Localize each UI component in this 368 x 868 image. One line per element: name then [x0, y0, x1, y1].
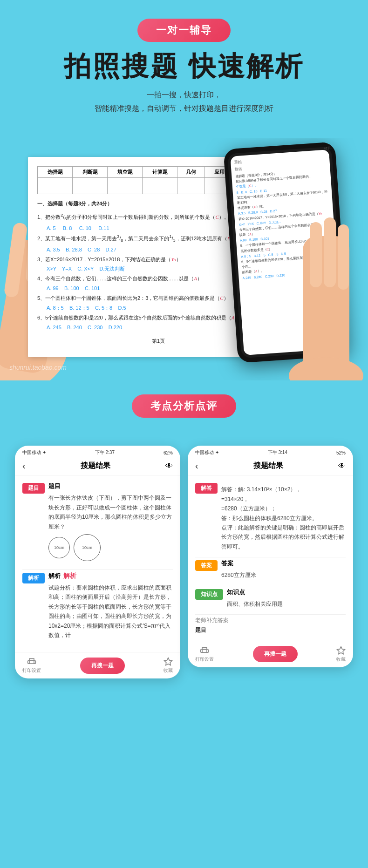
analysis-tag-wrapper: 解析	[22, 573, 45, 583]
svg-rect-7	[310, 222, 322, 287]
carrier-left: 中国移动 ✦	[22, 449, 46, 456]
col-header: 计算题	[143, 167, 177, 178]
knowledge-content: 知识点 面积、体积相关应用题	[227, 588, 283, 609]
question-text: 有一张长方体铁皮（下图），剪下图中两个圆及一块长方形，正好可以做成一个圆柱体，这…	[48, 493, 173, 531]
col-header: 选择题	[38, 167, 73, 178]
result-tag: 答案	[195, 560, 218, 571]
table-cell	[108, 178, 143, 194]
svg-marker-12	[164, 658, 172, 665]
ans-line3: =6280（立方厘米）；	[221, 504, 346, 513]
col-header: 判断题	[73, 167, 108, 178]
table-cell	[177, 178, 205, 194]
ans-line2: =314×20，	[221, 495, 346, 504]
left-phone-status: 中国移动 ✦ 下午 2:37 62%	[15, 446, 180, 458]
table-cell	[73, 178, 108, 194]
hero-title: 拍照搜题 快速解析	[9, 51, 359, 81]
analysis-text: 试题分析：要求圆柱的体积，应求出圆柱的底面积和高；圆柱的侧面展开后（沿高剪开）是…	[48, 583, 173, 640]
print-btn-left[interactable]: 打印设置	[22, 657, 41, 674]
col-header: 填空题	[108, 167, 143, 178]
circle-small-label: 10cm	[54, 545, 64, 550]
result-content: 答案 6280立方厘米	[221, 559, 256, 580]
save-label-left: 收藏	[164, 667, 173, 674]
print-label-left: 打印设置	[22, 667, 41, 674]
carrier-right: 中国移动 ✦	[195, 449, 219, 456]
question-title: 题目	[48, 482, 173, 490]
circle-large-label: 10cm	[82, 545, 92, 550]
print-btn-right[interactable]: 打印设置	[195, 646, 214, 663]
watermark: shunrui.taobao.com	[9, 364, 67, 371]
svg-rect-13	[202, 649, 207, 652]
question-label2: 题目	[195, 626, 346, 634]
result-tag-wrapper: 答案	[195, 560, 218, 571]
knowledge-tag: 知识点	[195, 589, 223, 600]
analysis-title-row: 解析 解析	[48, 572, 173, 580]
ans-line5: 点评：此题解答的关键是明确：圆柱的高即展开后长方形的宽，然后根据圆柱的体积计算公…	[221, 523, 346, 551]
answer-tag-wrapper: 解答	[195, 483, 218, 494]
left-phone-content: 题目 题目 有一张长方体铁皮（下图），剪下图中两个圆及一块长方形，正好可以做成一…	[15, 475, 180, 652]
star-icon-left	[164, 657, 173, 666]
eye-btn-left[interactable]: 👁	[165, 462, 173, 470]
answer-tag: 解答	[195, 483, 218, 494]
divider4	[195, 614, 346, 615]
save-label-right: 收藏	[336, 656, 346, 663]
battery-left: 62%	[164, 450, 173, 455]
phone-print-btn[interactable]: 打印	[324, 150, 332, 152]
divider1	[22, 570, 173, 570]
knowledge-title: 知识点	[227, 588, 283, 597]
question-section: 题目 题目 有一张长方体铁皮（下图），剪下图中两个圆及一块长方形，正好可以做成一…	[22, 482, 173, 564]
question-tag-wrapper: 题目	[22, 483, 45, 494]
divider3	[195, 586, 346, 586]
time-left: 下午 2:37	[95, 449, 115, 456]
right-phone: 中国移动 ✦ 下午 3:14 52% ‹ 搜题结果 👁 解答	[188, 446, 353, 667]
question-tag: 题目	[22, 483, 45, 494]
analysis-badge: 考点分析点评	[132, 394, 236, 418]
analysis-badge-container: 考点分析点评	[9, 394, 359, 432]
left-phone-footer: 打印设置 再搜一题 收藏	[15, 652, 180, 678]
battery-right: 52%	[336, 450, 346, 455]
right-phone-status: 中国移动 ✦ 下午 3:14 52%	[188, 446, 353, 458]
right-phone-footer: 打印设置 再搜一题 收藏	[188, 641, 353, 667]
teacher-label: 老师补充答案	[195, 617, 346, 624]
subtitle-line1: 一拍一搜，快速打印，	[147, 91, 221, 99]
svg-rect-8	[324, 217, 336, 287]
print-icon-left	[27, 657, 36, 666]
answer-text: 解答：解: 3.14×10²×（10×2）， =314×20， =6280（立方…	[221, 485, 346, 551]
right-phone-nav: ‹ 搜题结果 👁	[188, 458, 353, 475]
retry-btn-right[interactable]: 再搜一题	[253, 646, 298, 662]
hand-right-icon	[284, 208, 368, 380]
left-nav-title: 搜题结果	[81, 461, 110, 471]
back-btn-right[interactable]: ‹	[195, 461, 198, 471]
photo-scene: 选择题 判断题 填空题 计算题 几何 应用题 总分 80✓ 一、选择题（每题3分…	[0, 138, 368, 380]
back-btn-left[interactable]: ‹	[22, 461, 26, 471]
answer-content: 解答：解: 3.14×10²×（10×2）， =314×20， =6280（立方…	[221, 482, 346, 551]
analysis-title: 解析	[48, 572, 61, 580]
knowledge-tag-wrapper: 知识点	[195, 589, 223, 600]
knowledge-value: 面积、体积相关应用题	[227, 599, 283, 609]
result-section: 答案 答案 6280立方厘米	[195, 559, 346, 580]
eye-btn-right[interactable]: 👁	[338, 462, 346, 470]
svg-rect-11	[29, 661, 34, 664]
right-phone-content: 解答 解答：解: 3.14×10²×（10×2）， =314×20， =6280…	[188, 475, 353, 641]
analysis-section-row: 解析 解析 解析 试题分析：要求圆柱的体积，应求出圆柱的底面积和高；圆柱的侧面展…	[22, 572, 173, 640]
table-cell	[143, 178, 177, 194]
large-circle: 10cm	[74, 534, 101, 561]
hero-section: 一对一辅导 拍照搜题 快速解析 一拍一搜，快速打印， 智能精准搜题，自动调节，针…	[0, 0, 368, 138]
answer-section: 解答 解答：解: 3.14×10²×（10×2）， =314×20， =6280…	[195, 482, 346, 551]
question-content: 题目 有一张长方体铁皮（下图），剪下图中两个圆及一块长方形，正好可以做成一个圆柱…	[48, 482, 173, 564]
svg-point-10	[289, 357, 363, 380]
save-btn-left[interactable]: 收藏	[164, 657, 173, 674]
save-btn-right[interactable]: 收藏	[336, 646, 346, 663]
analysis-tag: 解析	[22, 573, 45, 583]
svg-marker-14	[337, 647, 345, 654]
subtitle-line2: 智能精准搜题，自动调节，针对搜题题目进行深度剖析	[95, 104, 273, 112]
right-nav-title: 搜题结果	[253, 461, 283, 471]
circle-diagram: 10cm 10cm	[48, 534, 173, 561]
left-phone-nav: ‹ 搜题结果 👁	[15, 458, 180, 475]
analysis-content: 解析 解析 试题分析：要求圆柱的体积，应求出圆柱的底面积和高；圆柱的侧面展开后（…	[48, 572, 173, 640]
retry-btn-left[interactable]: 再搜一题	[80, 658, 125, 674]
print-label-right: 打印设置	[195, 656, 214, 663]
left-phone: 中国移动 ✦ 下午 2:37 62% ‹ 搜题结果 👁 题目 题目	[15, 446, 180, 678]
divider2	[195, 557, 346, 557]
time-right: 下午 3:14	[268, 449, 287, 456]
analysis-red-title: 解析	[63, 572, 76, 580]
